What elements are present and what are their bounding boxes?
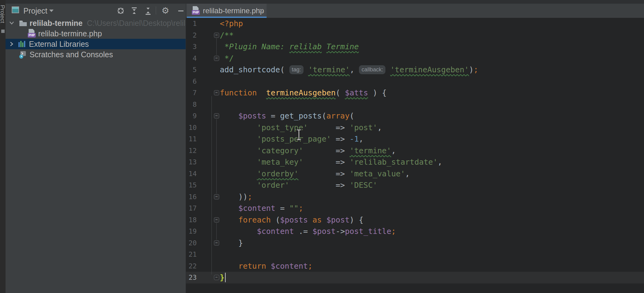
code-token: -> <box>336 227 345 236</box>
fold-start-icon[interactable]: − <box>214 113 219 118</box>
code-line[interactable]: 4 */ <box>186 53 644 64</box>
code-line[interactable]: 11 'posts_per_page' => -1, <box>186 133 644 145</box>
line-number[interactable]: 11 <box>186 133 197 145</box>
code-token: get_posts <box>280 111 322 120</box>
code-line-text: } <box>220 237 243 249</box>
tree-item-php-file[interactable]: PHP relilab-termine.php <box>6 28 186 39</box>
tree-item-external-libraries[interactable]: External Libraries <box>6 39 186 49</box>
project-folder-name: relilab-termine <box>30 19 83 27</box>
tree-item-project-folder[interactable]: relilab-termineC:\Users\Daniel\Desktop\r… <box>6 18 186 28</box>
fold-end-icon[interactable]: − <box>214 194 219 199</box>
code-token: */ <box>220 54 234 63</box>
code-token: $content <box>238 204 275 213</box>
code-token: , <box>437 158 442 167</box>
line-number[interactable]: 3 <box>186 41 197 53</box>
line-number[interactable]: 18 <box>186 214 197 226</box>
code-line[interactable]: 7function termineAusgeben( $atts ) { <box>186 87 644 99</box>
fold-start-icon[interactable]: − <box>214 33 219 38</box>
code-line[interactable]: 8 <box>186 99 644 110</box>
editor-tab-relilab-termine[interactable]: PHP relilab-termine.php × <box>187 4 267 18</box>
settings-button[interactable]: ⚙ <box>161 6 170 15</box>
line-number[interactable]: 20 <box>186 237 197 249</box>
line-number[interactable]: 5 <box>186 64 197 76</box>
code-token: => <box>308 123 349 132</box>
chevron-down-icon[interactable] <box>9 21 14 25</box>
line-number[interactable]: 10 <box>186 122 197 134</box>
code-line[interactable]: 13 'meta_key' => 'relilab_startdate', <box>186 156 644 168</box>
code-line[interactable]: 22 return $content; <box>186 260 644 272</box>
code-line[interactable]: 6 <box>186 76 644 87</box>
code-token: } <box>220 239 243 247</box>
code-line[interactable]: 21 <box>186 249 644 260</box>
line-number[interactable]: 16 <box>186 191 197 203</box>
code-line[interactable]: 16 )); <box>186 191 644 203</box>
code-line[interactable]: 14 'orderby' => 'meta_value', <box>186 168 644 180</box>
fold-start-icon[interactable]: − <box>214 217 219 223</box>
code-line[interactable]: 18 foreach ($posts as $post) { <box>186 214 644 226</box>
code-line-text: function termineAusgeben( $atts ) { <box>220 87 387 99</box>
code-token: ; <box>248 192 252 201</box>
fold-start-icon[interactable]: − <box>214 90 219 95</box>
line-number[interactable]: 17 <box>186 203 197 214</box>
close-icon[interactable]: × <box>259 6 264 15</box>
collapse-all-button[interactable] <box>143 6 153 15</box>
fold-guide-line <box>216 223 217 240</box>
code-token: ( <box>271 215 280 224</box>
code-line[interactable]: 12 'category' => 'termine', <box>186 145 644 157</box>
line-number[interactable]: 1 <box>186 18 197 30</box>
line-number[interactable]: 4 <box>186 53 197 64</box>
code-line[interactable]: 15 'order' => 'DESC' <box>186 179 644 191</box>
code-token <box>220 158 257 167</box>
line-number[interactable]: 6 <box>186 76 197 87</box>
expand-all-button[interactable] <box>130 6 139 15</box>
line-number[interactable]: 9 <box>186 110 197 122</box>
line-number[interactable]: 7 <box>186 87 197 99</box>
line-number[interactable]: 8 <box>186 99 197 110</box>
line-number[interactable]: 21 <box>186 249 197 260</box>
code-token: 'termine' <box>308 65 350 74</box>
code-line[interactable]: 19 $content .= $post->post_title; <box>186 226 644 237</box>
code-line[interactable]: 17 $content = ""; <box>186 203 644 214</box>
line-number[interactable]: 22 <box>186 260 197 272</box>
code-line[interactable]: 20 } <box>186 237 644 249</box>
code-line-text: /** <box>220 30 234 41</box>
code-token: ; <box>391 227 396 236</box>
line-number[interactable]: 15 <box>186 179 197 191</box>
project-stripe-tab[interactable]: Project <box>0 5 6 23</box>
chevron-down-icon[interactable] <box>49 10 54 12</box>
code-line[interactable]: 5add_shortcode( tag: 'termine', callback… <box>186 64 644 76</box>
panel-editor-divider[interactable] <box>186 4 186 293</box>
code-token: , <box>377 123 382 132</box>
hide-panel-button[interactable] <box>176 6 185 15</box>
code-token: 'order' <box>257 181 289 190</box>
fold-end-icon[interactable]: − <box>214 240 219 246</box>
code-token <box>385 65 390 74</box>
code-token: )) <box>220 192 248 201</box>
code-line-text: foreach ($posts as $post) { <box>220 214 364 226</box>
php-badge: PHP <box>192 10 200 15</box>
code-line-text: 'category' => 'termine', <box>220 145 396 157</box>
code-token <box>220 146 257 155</box>
line-number[interactable]: 23 <box>186 272 197 283</box>
project-panel-title[interactable]: Project <box>23 6 47 16</box>
locate-file-button[interactable] <box>116 6 125 15</box>
line-number[interactable]: 13 <box>186 156 197 168</box>
tool-window-marker-icon <box>1 30 5 33</box>
code-line[interactable]: 9 $posts = get_posts(array( <box>186 110 644 122</box>
code-line[interactable]: 2/** <box>186 30 644 41</box>
chevron-right-icon[interactable] <box>10 42 14 46</box>
code-line[interactable]: 10 'post_type' => 'post', <box>186 122 644 134</box>
code-line[interactable]: 23} <box>186 272 644 283</box>
code-token: 'posts_per_page' <box>257 134 331 143</box>
code-line[interactable]: 1<?php <box>186 18 644 30</box>
line-number[interactable]: 14 <box>186 168 197 180</box>
line-number[interactable]: 19 <box>186 226 197 237</box>
code-line[interactable]: 3 *Plugin Name: relilab Termine <box>186 41 644 53</box>
line-number[interactable]: 2 <box>186 30 197 41</box>
fold-end-icon[interactable]: − <box>214 56 219 61</box>
line-number[interactable]: 12 <box>186 145 197 157</box>
tree-item-scratches[interactable]: Scratches and Consoles <box>6 49 186 60</box>
fold-end-icon[interactable]: − <box>214 275 219 280</box>
code-token: => <box>303 146 350 155</box>
code-editor[interactable]: 1<?php2/**3 *Plugin Name: relilab Termin… <box>186 18 644 293</box>
